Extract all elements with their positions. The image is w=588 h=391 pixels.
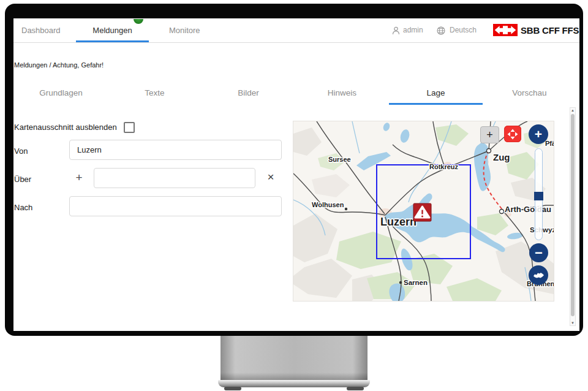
add-via-icon[interactable]: + xyxy=(73,172,85,184)
von-input[interactable] xyxy=(69,140,282,160)
user-icon xyxy=(392,26,400,35)
status-badge-icon xyxy=(134,19,143,24)
globe-icon xyxy=(437,26,445,35)
tab-hinweis[interactable]: Hinweis xyxy=(295,86,389,105)
scrollbar-thumb[interactable] xyxy=(571,114,575,316)
label-sarnen: Sarnen xyxy=(404,279,428,286)
move-arrows-icon xyxy=(507,129,518,140)
clear-via-icon[interactable]: × xyxy=(265,171,277,183)
monitor-stand-foot xyxy=(218,380,370,387)
tab-lage[interactable]: Lage xyxy=(389,86,483,105)
ueber-input[interactable] xyxy=(94,168,255,188)
app-header: Dashboard Meldungen Monitore admin Deuts… xyxy=(13,18,579,43)
label-rotkreuz: Rotkreuz xyxy=(429,163,459,170)
monitor-stand-pad xyxy=(224,387,241,390)
nach-label: Nach xyxy=(14,203,32,212)
monitor-stand-pad xyxy=(347,387,364,390)
hide-map-label: Kartenausschnitt ausblenden xyxy=(14,123,117,132)
nach-input[interactable] xyxy=(69,196,282,216)
ueber-label: Über xyxy=(14,175,31,184)
von-label: Von xyxy=(14,146,28,156)
warning-marker-icon[interactable] xyxy=(413,203,431,221)
label-luzern: Luzern xyxy=(380,216,417,228)
language-selector[interactable]: Deutsch xyxy=(450,18,477,42)
breadcrumb: Meldungen / Achtung, Gefahr! xyxy=(14,61,104,69)
tab-bilder[interactable]: Bilder xyxy=(202,86,295,105)
zoom-out-button[interactable]: − xyxy=(529,243,548,262)
nav-dashboard[interactable]: Dashboard xyxy=(21,18,61,42)
hide-map-checkbox[interactable] xyxy=(124,122,135,133)
user-name[interactable]: admin xyxy=(403,18,423,42)
brand-wordmark: SBB CFF FFS xyxy=(521,18,579,42)
tab-grundlagen[interactable]: Grundlagen xyxy=(14,86,108,105)
scrollbar-down-icon[interactable]: ▼ xyxy=(570,321,575,325)
pan-tool-button[interactable] xyxy=(504,126,521,142)
switzerland-outline-icon xyxy=(533,271,545,279)
label-zug: Zug xyxy=(493,152,510,162)
nav-meldungen-label: Meldungen xyxy=(92,26,132,35)
map-add-button[interactable]: + xyxy=(480,126,499,143)
scrollbar-up-icon[interactable]: ▲ xyxy=(570,108,575,112)
zoom-in-button[interactable]: + xyxy=(529,124,548,144)
nav-meldungen[interactable]: Meldungen xyxy=(76,18,149,42)
sbb-logo-icon xyxy=(493,24,518,36)
map-canvas[interactable]: Sursee Rotkreuz Zug Wolhusen Luzern Arth… xyxy=(293,121,554,301)
nav-monitore[interactable]: Monitore xyxy=(169,18,200,42)
zoom-slider[interactable] xyxy=(535,148,543,240)
tab-vorschau[interactable]: Vorschau xyxy=(483,86,576,105)
tab-texte[interactable]: Texte xyxy=(108,86,202,105)
label-sursee: Sursee xyxy=(328,156,351,163)
monitor-stand xyxy=(221,334,368,381)
label-arth-goldau: Arth-Goldau xyxy=(505,205,551,214)
content-scrollbar[interactable]: ▲ ▼ xyxy=(570,107,576,326)
label-wolhusen: Wolhusen xyxy=(312,201,344,208)
app-screen: Dashboard Meldungen Monitore admin Deuts… xyxy=(13,18,579,331)
overview-switzerland-button[interactable] xyxy=(529,265,548,285)
tab-bar: Grundlagen Texte Bilder Hinweis Lage Vor… xyxy=(14,86,576,105)
map-container[interactable]: Sursee Rotkreuz Zug Wolhusen Luzern Arth… xyxy=(293,121,554,302)
monitor-frame: Dashboard Meldungen Monitore admin Deuts… xyxy=(5,4,583,336)
zoom-slider-handle[interactable] xyxy=(534,192,543,200)
label-pfaeffikon: Pfäffikon xyxy=(545,140,554,147)
